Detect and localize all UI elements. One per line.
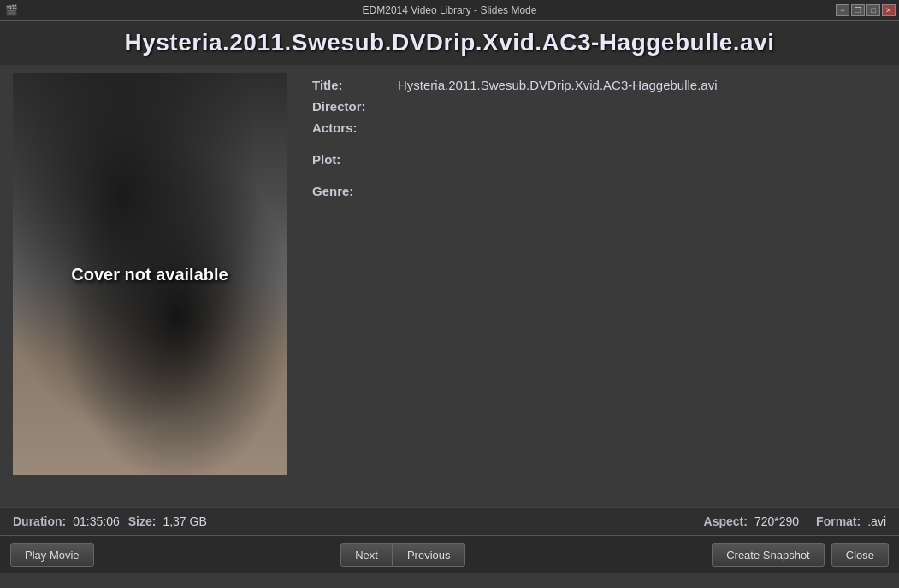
maximize-button[interactable]: □	[866, 4, 880, 16]
window-controls: − ❐ □ ✕	[836, 4, 896, 16]
size-label: Size:	[128, 514, 157, 528]
duration-info: Duration: 01:35:06	[13, 514, 120, 528]
genre-section: Genre:	[312, 184, 878, 198]
minimize-button[interactable]: −	[836, 4, 849, 16]
actors-label: Actors:	[312, 121, 398, 135]
next-button[interactable]: Next	[340, 543, 393, 567]
close-button[interactable]: Close	[831, 543, 889, 567]
movie-title-heading: Hysteria.2011.Swesub.DVDrip.Xvid.AC3-Hag…	[17, 29, 882, 56]
content-area: Cover not available Title: Hysteria.2011…	[0, 65, 899, 507]
genre-label: Genre:	[312, 184, 878, 198]
navigation-buttons: Next Previous	[340, 543, 464, 567]
duration-label: Duration:	[13, 514, 66, 528]
file-info-right: Aspect: 720*290 Format: .avi	[704, 514, 886, 528]
cover-image: Cover not available	[13, 74, 287, 475]
aspect-info: Aspect: 720*290	[704, 514, 800, 528]
window-icon: 🎬	[5, 4, 18, 16]
title-row: Title: Hysteria.2011.Swesub.DVDrip.Xvid.…	[312, 78, 878, 92]
cover-placeholder-text: Cover not available	[71, 265, 228, 285]
duration-value: 01:35:06	[73, 514, 120, 528]
play-movie-button[interactable]: Play Movie	[10, 543, 94, 567]
close-window-button[interactable]: ✕	[882, 4, 896, 16]
aspect-value: 720*290	[754, 514, 799, 528]
previous-button[interactable]: Previous	[393, 543, 465, 567]
size-value: 1,37 GB	[163, 514, 206, 528]
actors-row: Actors:	[312, 121, 878, 135]
format-label: Format:	[816, 514, 861, 528]
titlebar: 🎬 EDM2014 Video Library - Slides Mode − …	[0, 0, 899, 21]
aspect-label: Aspect:	[704, 514, 748, 528]
bottom-bar: Play Movie Next Previous Create Snapshot…	[0, 535, 899, 573]
plot-section: Plot:	[312, 152, 878, 167]
info-panel: Title: Hysteria.2011.Swesub.DVDrip.Xvid.…	[304, 74, 886, 498]
format-value: .avi	[867, 514, 886, 528]
main-title-bar: Hysteria.2011.Swesub.DVDrip.Xvid.AC3-Hag…	[0, 21, 899, 65]
size-info: Size: 1,37 GB	[128, 514, 207, 528]
director-row: Director:	[312, 99, 878, 114]
restore-button[interactable]: ❐	[851, 4, 865, 16]
window-title: EDM2014 Video Library - Slides Mode	[363, 4, 537, 16]
cover-image-area: Cover not available	[13, 74, 287, 475]
format-info: Format: .avi	[816, 514, 886, 528]
file-info-bar: Duration: 01:35:06 Size: 1,37 GB Aspect:…	[0, 507, 899, 535]
director-label: Director:	[312, 99, 398, 114]
title-label: Title:	[312, 78, 398, 92]
plot-label: Plot:	[312, 152, 878, 167]
create-snapshot-button[interactable]: Create Snapshot	[712, 543, 825, 567]
title-value: Hysteria.2011.Swesub.DVDrip.Xvid.AC3-Hag…	[398, 78, 718, 92]
